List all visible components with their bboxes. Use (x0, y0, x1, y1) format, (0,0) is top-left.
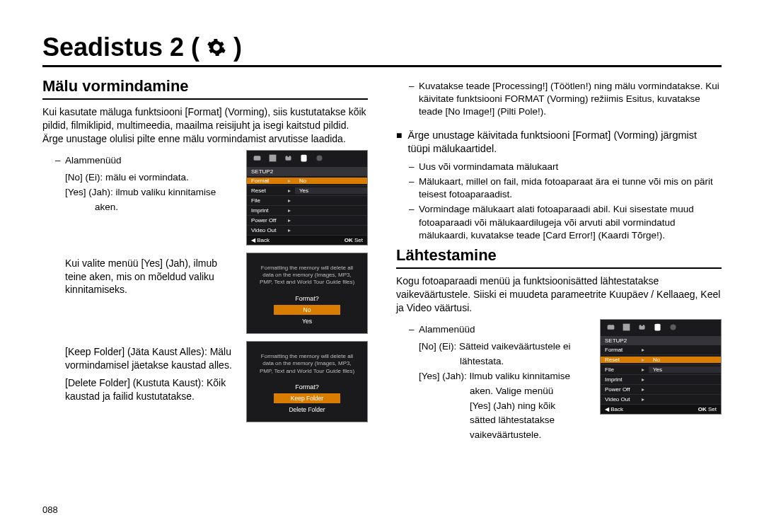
camera-lcd-format-confirm: Formatting the memory will delete all da… (246, 253, 368, 334)
page-number: 088 (42, 504, 58, 515)
svg-point-3 (316, 155, 322, 161)
camera-lcd-format-menu: SETUP2 Format▸No Reset▸Yes File▸ Imprint… (246, 150, 368, 245)
list-item: Mälukaart, millel on fail, mida fotoapar… (409, 175, 722, 201)
page-title: Seadistus 2 ( ) (42, 33, 722, 67)
svg-rect-1 (270, 154, 277, 161)
body-text: Kui kasutate mäluga funktsiooni [Format]… (42, 105, 368, 146)
list-item: Uus või vormindamata mälukaart (409, 161, 722, 173)
body-text: sätted lähtestatakse (419, 414, 587, 427)
body-text: [Yes] (Jah): Ilmub valiku kinnitamise (419, 370, 587, 383)
camera-lcd-folder-confirm: Formatting the memory will delete all da… (246, 341, 368, 422)
list-item: Kuvatakse teade [Processing!] (Töötlen!)… (409, 80, 722, 119)
section-heading-reset: Lähtestamine (396, 246, 722, 269)
body-text: Kogu fotoaparaadi menüü ja funktsioonisä… (396, 274, 722, 315)
body-text: Kui valite menüü [Yes] (Jah), ilmub tein… (65, 257, 233, 297)
svg-rect-6 (654, 323, 660, 330)
body-text: [Yes] (Jah): ilmub valiku kinnitamise (65, 186, 233, 200)
body-text: [Delete Folder] (Kustuta Kaust): Kõik ka… (65, 376, 233, 403)
gear-icon (207, 37, 226, 57)
body-text: [No] (Ei): mälu ei vormindata. (65, 171, 233, 185)
body-text: vaikeväärtustele. (419, 429, 587, 442)
svg-rect-0 (254, 156, 261, 161)
body-text: [No] (Ei): Sätteid vaikeväärtustele ei (419, 340, 587, 354)
svg-rect-5 (623, 323, 630, 330)
svg-rect-4 (608, 325, 615, 330)
svg-rect-2 (301, 154, 306, 161)
body-text: [Yes] (Jah) ning kõik (419, 400, 587, 413)
list-item: Alammenüüd (409, 323, 587, 336)
list-item: Vormindage mälukaart alati fotoaparaadi … (409, 203, 722, 242)
section-heading-format: Mälu vormindamine (42, 77, 368, 100)
square-bullet-icon: ■ (396, 129, 402, 156)
list-item: Alammenüüd (55, 154, 233, 167)
svg-point-7 (670, 324, 676, 330)
body-text: aken. (65, 201, 233, 214)
camera-lcd-reset-menu: SETUP2 Format▸ Reset▸No File▸Yes Imprint… (600, 319, 722, 415)
body-text: [Keep Folder] (Jäta Kaust Alles): Mälu v… (65, 345, 233, 372)
body-text: Ärge unustage käivitada funktsiooni [For… (407, 129, 722, 156)
body-text: lähtestata. (419, 355, 587, 369)
body-text: aken. Valige menüü (419, 385, 587, 398)
